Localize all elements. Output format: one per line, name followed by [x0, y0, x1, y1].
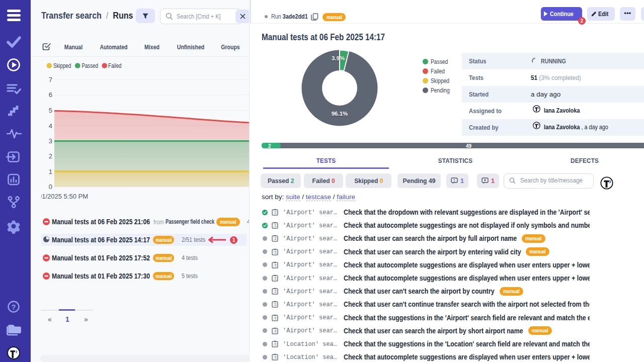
svg-text:3.9%: 3.9% [332, 55, 345, 61]
svg-text:1: 1 [49, 168, 52, 175]
svg-text:96.1%: 96.1% [332, 111, 348, 117]
svg-text:7: 7 [49, 76, 52, 83]
svg-text:Passed: Passed [82, 62, 98, 69]
svg-text:01/2025 5:50 PM: 01/2025 5:50 PM [38, 193, 88, 200]
svg-text:5: 5 [49, 107, 52, 114]
svg-text:Failed: Failed [108, 62, 122, 69]
svg-text:2: 2 [49, 152, 52, 160]
svg-text:?: ? [12, 303, 16, 311]
svg-text:3: 3 [49, 137, 52, 145]
svg-text:Skipped: Skipped [53, 62, 71, 69]
svg-text:4: 4 [49, 122, 52, 130]
svg-text:6: 6 [49, 91, 52, 99]
svg-text:0: 0 [49, 183, 52, 191]
